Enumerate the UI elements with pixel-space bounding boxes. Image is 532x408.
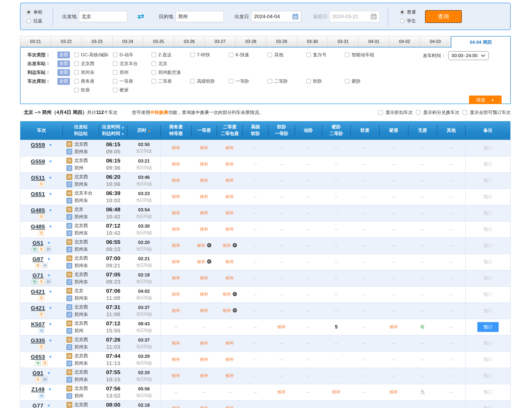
filter-all-button[interactable]: 全部 [57, 69, 70, 76]
date-tab[interactable]: 03-25 [143, 36, 174, 47]
train-number-link[interactable]: G87 [33, 256, 43, 262]
date-tab[interactable]: 03-28 [236, 36, 266, 47]
trip-type-option[interactable]: 往返 [26, 18, 42, 24]
display-toggle[interactable]: 显示全部可预订车次 [461, 109, 511, 116]
train-number-link[interactable]: G51 [33, 240, 43, 246]
filter-option[interactable]: 一等座 [113, 78, 152, 84]
query-button[interactable]: 查询 [425, 10, 462, 23]
filter-option[interactable]: T-特快 [190, 52, 229, 58]
filter-option[interactable]: 北京 [152, 61, 190, 67]
candidate-plus-icon[interactable]: + [233, 292, 237, 296]
candidate-plus-icon[interactable]: + [207, 243, 211, 247]
date-tab[interactable]: 03-30 [297, 36, 328, 47]
expand-arrow-icon[interactable]: ▼ [49, 355, 52, 359]
date-tab-selected[interactable]: 04-04 周四 [451, 36, 511, 48]
depart-time-select[interactable]: 00:00--24:00 [448, 51, 489, 60]
filter-all-button[interactable]: 全部 [57, 78, 70, 85]
filter-option[interactable]: 郑州东 [74, 69, 113, 76]
train-number-link[interactable]: G511 [31, 175, 45, 181]
filter-all-button[interactable]: 全部 [57, 52, 70, 58]
filter-option[interactable]: 商务座 [74, 78, 113, 84]
filter-option[interactable]: GC-高铁/城际 [74, 52, 113, 58]
trip-type-selected[interactable]: 单程 [26, 9, 42, 15]
display-toggle[interactable]: 显示折扣车次 [377, 109, 413, 116]
train-number-link[interactable]: K507 [31, 321, 45, 327]
train-number-link[interactable]: G77 [33, 402, 43, 408]
filter-option[interactable]: D-动车 [113, 52, 152, 58]
candidate-plus-icon[interactable]: + [207, 259, 211, 264]
date-tab[interactable]: 03-21 [20, 36, 51, 47]
train-number-link[interactable]: G485 [31, 223, 45, 230]
date-tab[interactable]: 04-01 [359, 36, 389, 47]
date-tab[interactable]: 03-23 [82, 36, 113, 47]
date-tab[interactable]: 04-03 [420, 36, 451, 47]
to-input[interactable] [175, 11, 224, 22]
train-number-link[interactable]: G559 [31, 158, 45, 165]
filter-option[interactable]: 智能动车组 [345, 52, 384, 58]
expand-arrow-icon[interactable]: ▼ [47, 273, 51, 278]
expand-arrow-icon[interactable]: ▼ [49, 224, 52, 229]
filter-option[interactable]: 北京西 [74, 61, 113, 67]
filter-option[interactable]: Z-直达 [152, 52, 190, 58]
expand-arrow-icon[interactable]: ▼ [47, 241, 51, 245]
filter-option[interactable]: 其他 [268, 52, 306, 58]
expand-arrow-icon[interactable]: ▼ [49, 208, 52, 212]
date-tab[interactable]: 03-24 [113, 36, 143, 47]
date-tab[interactable]: 03-31 [328, 36, 359, 47]
book-button[interactable]: 预订 [477, 322, 499, 332]
passenger-type-selected[interactable]: 普通 [400, 9, 416, 15]
display-toggle[interactable]: 显示积分兑换车次 [414, 109, 459, 116]
train-number-link[interactable]: G91 [33, 370, 43, 376]
filter-option[interactable]: 硬卧 [345, 78, 384, 84]
filter-option[interactable]: 高级软卧 [190, 78, 229, 84]
expand-arrow-icon[interactable]: ▼ [49, 143, 52, 147]
expand-arrow-icon[interactable]: ▼ [48, 176, 52, 180]
filter-option[interactable]: K-快速 [229, 52, 268, 58]
filter-option[interactable]: 软卧 [306, 78, 345, 84]
filter-option[interactable]: 二等座 [152, 78, 190, 84]
date-tab[interactable]: 03-26 [174, 36, 205, 47]
filter-option[interactable]: 郑州 [113, 69, 152, 76]
expand-arrow-icon[interactable]: ▼ [48, 322, 52, 326]
train-number-link[interactable]: Z149 [31, 386, 45, 393]
sort-asc-icon[interactable]: ▲ [121, 126, 124, 129]
expand-arrow-icon[interactable]: ▼ [49, 290, 52, 294]
filter-collapse-button[interactable]: 筛选 ▲ [469, 96, 502, 104]
date-tab[interactable]: 03-29 [266, 36, 297, 47]
column-header-历时[interactable]: 历时▲ [127, 121, 161, 140]
expand-arrow-icon[interactable]: ▼ [49, 338, 52, 343]
expand-arrow-icon[interactable]: ▼ [47, 257, 51, 261]
swap-stations-icon[interactable] [137, 13, 145, 20]
filter-option[interactable]: 郑州航空港 [152, 69, 190, 76]
candidate-plus-icon[interactable]: + [233, 308, 237, 312]
train-number-link[interactable]: G559 [31, 142, 45, 148]
candidate-plus-icon[interactable]: + [233, 243, 237, 247]
filter-option[interactable]: 一等卧 [229, 78, 268, 84]
filter-all-button[interactable]: 全部 [57, 60, 70, 67]
train-number-link[interactable]: G71 [33, 272, 43, 279]
expand-arrow-icon[interactable]: ▼ [49, 159, 52, 164]
train-number-link[interactable]: G653 [31, 354, 45, 360]
date-tab[interactable]: 03-22 [51, 36, 82, 47]
filter-option[interactable]: 硬座 [113, 87, 152, 93]
sort-asc-icon[interactable]: ▲ [147, 129, 151, 133]
train-number-link[interactable]: G485 [31, 207, 45, 213]
transfer-link[interactable]: 中转换乘 [150, 110, 168, 115]
filter-option[interactable]: 软座 [74, 87, 113, 93]
expand-arrow-icon[interactable]: ▼ [47, 371, 51, 375]
expand-arrow-icon[interactable]: ▼ [49, 192, 52, 196]
sort-desc-icon[interactable]: ▼ [121, 132, 124, 136]
from-input[interactable] [79, 11, 127, 22]
date-tab[interactable]: 03-27 [205, 36, 236, 47]
calendar-icon[interactable] [292, 13, 299, 20]
train-number-link[interactable]: G421 [31, 288, 45, 295]
expand-arrow-icon[interactable]: ▼ [49, 306, 52, 310]
expand-arrow-icon[interactable]: ▼ [47, 403, 51, 408]
filter-option[interactable]: 二等卧 [268, 78, 306, 84]
passenger-type-option[interactable]: 学生 [400, 18, 416, 24]
expand-arrow-icon[interactable]: ▼ [48, 387, 52, 391]
filter-option[interactable]: 复兴号 [306, 52, 345, 58]
filter-option[interactable]: 北京丰台 [113, 61, 152, 67]
train-number-link[interactable]: G335 [31, 337, 45, 344]
train-number-link[interactable]: G421 [31, 305, 45, 311]
